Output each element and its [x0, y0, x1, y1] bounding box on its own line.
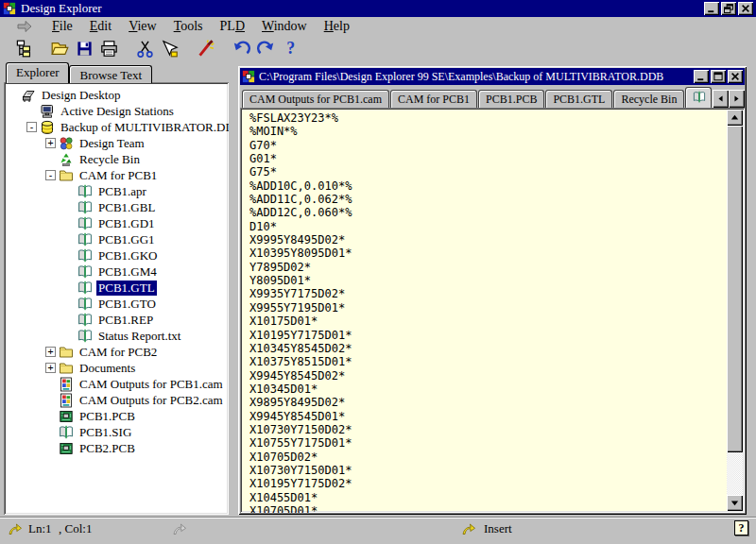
- undo-button[interactable]: [229, 37, 253, 60]
- menu-pld[interactable]: PLD: [212, 18, 253, 35]
- tree-item-pcb1-pcb[interactable]: PCB1.PCB: [8, 408, 229, 424]
- explorer-tree: Design DesktopActive Design Stations-Bac…: [4, 82, 229, 515]
- tab-browse-text[interactable]: Browse Text: [69, 65, 152, 83]
- menu-window[interactable]: Window: [253, 18, 316, 35]
- tree-item-label: PCB2.PCB: [77, 441, 137, 456]
- collapse-icon[interactable]: -: [45, 170, 56, 180]
- editor-line: %MOIN*%: [249, 125, 724, 138]
- book-icon: [77, 264, 93, 280]
- vertical-scrollbar[interactable]: [727, 110, 743, 511]
- tree-item-design-team[interactable]: +Design Team: [8, 135, 229, 151]
- tree-item-active-design-stations[interactable]: Active Design Stations: [8, 103, 229, 119]
- book-icon: [77, 329, 93, 344]
- tree-item-backup-of-multivibrator-ddb[interactable]: -Backup of MULTIVIBRATOR.DDB: [8, 119, 229, 135]
- editor-line: G70*: [249, 139, 724, 152]
- main-titlebar: Design Explorer: [0, 0, 756, 17]
- help-icon: ?: [282, 40, 300, 58]
- tree-item-pcb1-gg1[interactable]: PCB1.GG1: [8, 231, 229, 247]
- open-document-button[interactable]: [47, 37, 72, 60]
- editor-line: X10455D01*: [249, 491, 724, 504]
- panel-splitter[interactable]: [229, 60, 238, 515]
- menu-bar: FileEditViewToolsPLDWindowHelp: [0, 17, 756, 36]
- tree-item-pcb1-rep[interactable]: PCB1.REP: [8, 312, 229, 328]
- tree-item-cam-outputs-for-pcb2-cam[interactable]: CAM Outputs for PCB2.cam: [8, 392, 229, 408]
- editor-content[interactable]: %FSLAX23Y23*%%MOIN*%G70*G01*G75*%ADD10C,…: [249, 111, 724, 513]
- tree-item-cam-for-pcb2[interactable]: +CAM for PCB2: [8, 344, 229, 360]
- tree-item-pcb1-gtl[interactable]: PCB1.GTL: [8, 280, 229, 296]
- tree-item-pcb1-gko[interactable]: PCB1.GKO: [8, 247, 229, 264]
- editor-line: %ADD12C,0.060*%: [249, 206, 724, 219]
- doc-tab-recycle-bin[interactable]: Recycle Bin: [613, 90, 684, 108]
- tree-item-documents[interactable]: +Documents: [8, 360, 229, 376]
- tree-item-pcb1-apr[interactable]: PCB1.apr: [8, 183, 229, 199]
- menu-arrow-icon[interactable]: [11, 19, 40, 34]
- doc-minimize-button[interactable]: [694, 70, 709, 83]
- cut-icon: [136, 40, 154, 58]
- menu-file[interactable]: File: [43, 18, 81, 35]
- document-titlebar: C:\Program Files\Design Explorer 99 SE\E…: [240, 68, 745, 85]
- folder-icon: [59, 345, 74, 360]
- tree-item-pcb1-gto[interactable]: PCB1.GTO: [8, 296, 229, 312]
- tree-item-label: CAM for PCB2: [77, 345, 159, 360]
- expand-icon[interactable]: +: [45, 347, 56, 357]
- status-insert-mode: Insert: [484, 521, 512, 536]
- database-icon: [40, 120, 55, 135]
- restore-button[interactable]: [721, 2, 736, 15]
- editor-line: X9935Y7175D02*: [249, 287, 724, 300]
- tree-item-pcb1-gm4[interactable]: PCB1.GM4: [8, 264, 229, 280]
- doc-close-button[interactable]: [728, 70, 743, 83]
- team-icon: [59, 136, 74, 151]
- menu-tools[interactable]: Tools: [165, 18, 212, 35]
- redo-button[interactable]: [253, 37, 278, 60]
- save-button[interactable]: [72, 37, 96, 60]
- tree-item-pcb1-gbl[interactable]: PCB1.GBL: [8, 199, 229, 215]
- doc-tab-cam-for-pcb1[interactable]: CAM for PCB1: [390, 90, 477, 108]
- status-help-button[interactable]: ?: [734, 520, 748, 536]
- tree-item-cam-outputs-for-pcb1-cam[interactable]: CAM Outputs for PCB1.cam: [8, 376, 229, 392]
- scroll-down-icon: [729, 497, 741, 509]
- print-button[interactable]: [96, 37, 121, 60]
- toolbar: ?: [0, 36, 756, 60]
- scroll-down-button[interactable]: [727, 495, 743, 511]
- doc-tab-active-pcb1-gtl[interactable]: PCB1.GTL: [685, 87, 712, 108]
- status-gray-arrow-icon: [172, 521, 187, 536]
- tab-explorer[interactable]: Explorer: [6, 62, 69, 83]
- tab-scroll-left-button[interactable]: [713, 90, 729, 108]
- left-panel-tabs: Explorer Browse Text: [6, 62, 152, 83]
- doc-tab-pcb1-gtl[interactable]: PCB1.GTL: [545, 90, 612, 108]
- collapse-icon[interactable]: -: [26, 122, 37, 132]
- menu-help[interactable]: Help: [316, 18, 358, 35]
- scroll-up-button[interactable]: [727, 110, 743, 126]
- editor-line: X10705D02*: [249, 450, 724, 464]
- design-manager-button[interactable]: [11, 37, 36, 60]
- recycle-icon: [59, 152, 74, 167]
- tree-item-pcb2-pcb[interactable]: PCB2.PCB: [8, 440, 229, 456]
- doc-tab-cam-outputs-for-pcb1-cam[interactable]: CAM Outputs for PCB1.cam: [242, 90, 389, 108]
- tree-item-cam-for-pcb1[interactable]: -CAM for PCB1: [8, 167, 229, 183]
- menu-edit[interactable]: Edit: [81, 18, 120, 35]
- tree-item-design-desktop[interactable]: Design Desktop: [8, 87, 229, 103]
- wizard-button[interactable]: [193, 37, 217, 60]
- minimize-button[interactable]: [704, 2, 719, 15]
- tree-item-recycle-bin[interactable]: Recycle Bin: [8, 151, 229, 167]
- expand-icon[interactable]: +: [45, 363, 56, 373]
- tree-item-pcb1-sig[interactable]: PCB1.SIG: [8, 424, 229, 440]
- design-explorer-app: { "window": { "title": "Design Explorer"…: [0, 0, 756, 544]
- cross-probe-icon: [161, 40, 179, 58]
- tree-item-status-report-txt[interactable]: Status Report.txt: [8, 328, 229, 344]
- doc-maximize-button[interactable]: [711, 70, 726, 83]
- cut-button[interactable]: [132, 37, 157, 60]
- tab-scroll-right-button[interactable]: [729, 90, 745, 108]
- tree-item-pcb1-gd1[interactable]: PCB1.GD1: [8, 215, 229, 231]
- help-button[interactable]: ?: [278, 37, 302, 60]
- expand-icon[interactable]: +: [45, 138, 56, 148]
- menu-view[interactable]: View: [120, 18, 165, 35]
- app-icon: [3, 2, 16, 15]
- cross-probe-button[interactable]: [157, 37, 181, 60]
- scrollbar-thumb[interactable]: [727, 126, 743, 452]
- text-editor[interactable]: %FSLAX23Y23*%%MOIN*%G70*G01*G75*%ADD10C,…: [240, 108, 745, 513]
- close-button[interactable]: [738, 2, 753, 15]
- editor-line: %ADD11C,0.062*%: [249, 193, 724, 206]
- doc-tab-pcb1-pcb[interactable]: PCB1.PCB: [478, 90, 544, 108]
- folder-icon: [59, 168, 74, 183]
